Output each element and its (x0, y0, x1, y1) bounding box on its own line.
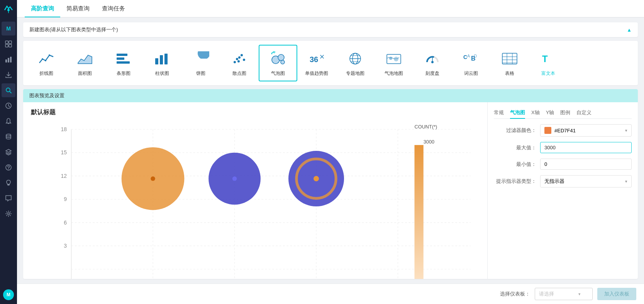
svg-rect-20 (155, 58, 158, 64)
sidebar-item-download[interactable] (2, 68, 15, 82)
bulb-icon (5, 179, 12, 186)
richtext-chart-icon: T (539, 49, 558, 68)
add-to-dashboard-button[interactable]: 加入仪表板 (597, 288, 636, 300)
dashboard-icon (5, 41, 12, 47)
max-value-input[interactable] (540, 142, 632, 153)
sidebar-item-layers[interactable] (2, 145, 15, 159)
chart-type-area[interactable]: 面积图 (66, 45, 104, 81)
svg-text:6: 6 (64, 220, 67, 226)
chart-type-pie[interactable]: 饼图 (181, 45, 220, 81)
line-chart-label: 折线图 (39, 70, 53, 77)
svg-point-16 (49, 54, 50, 56)
geo-chart-label: 专题地图 (346, 70, 364, 77)
svg-rect-81 (415, 145, 424, 279)
color-dropdown-arrow: ▾ (625, 128, 627, 133)
chart-type-geo[interactable]: 专题地图 (336, 45, 375, 81)
line-chart-icon (37, 49, 56, 68)
svg-text:3000: 3000 (424, 139, 434, 145)
settings-tabs: 常规 气泡图 X轴 Y轴 图例 自定义 (494, 107, 632, 119)
new-chart-header: 新建图表(请从以下图表类型中选择一个) ▲ (23, 22, 638, 37)
chart-type-barv[interactable]: 柱状图 (143, 45, 181, 81)
indicator-dropdown-arrow: ▾ (625, 179, 627, 184)
pie-chart-icon (192, 49, 210, 68)
indicator-type-select[interactable]: 无指示器 ▾ (540, 175, 632, 187)
preview-section: 图表预览及设置 默认标题 (23, 89, 638, 279)
database-icon (5, 133, 12, 140)
sidebar-item-bulb[interactable] (2, 176, 15, 190)
trend-chart-icon: 36 (307, 49, 326, 68)
tab-xaxis[interactable]: X轴 (531, 107, 540, 118)
svg-rect-4 (9, 44, 12, 47)
chart-type-trend[interactable]: 36 单值趋势图 (297, 45, 336, 81)
filter-color-row: 过滤器颜色： #ED7F41 ▾ (494, 124, 632, 137)
svg-text:D: D (474, 54, 477, 58)
collapse-icon[interactable]: ▲ (627, 27, 632, 33)
chart-type-scatter[interactable]: 散点图 (220, 45, 259, 81)
svg-point-12 (8, 169, 9, 169)
svg-point-10 (6, 134, 11, 136)
chart-type-wordcloud[interactable]: C A B D 词云图 (452, 45, 490, 81)
chart-type-line[interactable]: 折线图 (27, 45, 66, 81)
filter-color-value[interactable]: #ED7F41 ▾ (540, 124, 632, 137)
svg-text:12: 12 (61, 173, 67, 179)
sidebar-item-dashboard[interactable] (2, 37, 15, 51)
main-content: 高阶查询 简易查询 查询任务 新建图表(请从以下图表类型中选择一个) ▲ (17, 0, 644, 304)
svg-rect-6 (8, 58, 9, 62)
svg-point-39 (394, 57, 398, 61)
sidebar-item-bell[interactable] (2, 114, 15, 128)
tab-general[interactable]: 常规 (494, 107, 504, 118)
tab-bubble[interactable]: 气泡图 (510, 107, 525, 118)
sidebar-item-chart[interactable] (2, 52, 15, 66)
tab-yaxis[interactable]: Y轴 (546, 107, 554, 118)
pie-chart-label: 饼图 (196, 70, 205, 77)
svg-text:C: C (463, 54, 467, 60)
chart-type-richtext[interactable]: T 富文本 (529, 45, 568, 81)
indicator-type-label: 提示指示器类型： (494, 178, 536, 185)
chart-title: 默认标题 (31, 108, 480, 117)
sidebar-item-database[interactable] (2, 130, 15, 144)
sidebar-item-time[interactable] (2, 99, 15, 113)
sidebar: M (0, 0, 17, 304)
color-hex-text: #ED7F41 (554, 128, 576, 133)
tab-advanced-query[interactable]: 高阶查询 (25, 0, 60, 17)
chart-type-table[interactable]: 表格 (490, 45, 529, 81)
chart-type-bubblemap[interactable]: 气泡地图 (375, 45, 413, 81)
new-chart-label: 新建图表(请从以下图表类型中选择一个) (29, 26, 118, 33)
svg-point-31 (281, 60, 285, 64)
chart-type-bubble[interactable]: 气泡图 (259, 45, 297, 81)
max-value-row: 最大值： (494, 142, 632, 153)
svg-point-27 (243, 59, 245, 61)
sidebar-item-search[interactable] (2, 83, 15, 97)
svg-rect-3 (5, 44, 8, 47)
tab-simple-query[interactable]: 简易查询 (60, 0, 96, 17)
min-value-display[interactable]: 0 (540, 159, 632, 170)
chart-types-grid: 折线图 面积图 条形 (23, 41, 638, 85)
tab-custom[interactable]: 自定义 (576, 107, 591, 118)
trend-chart-label: 单值趋势图 (305, 70, 328, 77)
user-avatar[interactable]: M (3, 289, 14, 300)
tab-legend[interactable]: 图例 (560, 107, 570, 118)
svg-point-26 (241, 54, 243, 56)
sidebar-item-m[interactable]: M (2, 22, 15, 35)
svg-text:15: 15 (61, 149, 67, 155)
barh-chart-icon (114, 49, 133, 68)
sidebar-item-settings[interactable] (2, 207, 15, 221)
area-chart-label: 面积图 (78, 70, 92, 77)
table-chart-label: 表格 (505, 70, 514, 77)
chart-canvas: 18 15 12 9 6 3 0 6 7 8 9 10 (31, 120, 480, 279)
sidebar-item-message[interactable] (2, 191, 15, 205)
tab-query-tasks[interactable]: 查询任务 (96, 0, 131, 17)
chart-area: 默认标题 (23, 102, 487, 279)
chart-type-gauge[interactable]: 刻度盘 (413, 45, 452, 81)
chart-type-barh[interactable]: 条形图 (104, 45, 143, 81)
wordcloud-chart-icon: C A B D (462, 49, 480, 68)
bubble-chart-icon (269, 49, 287, 68)
dashboard-select-label: 选择仪表板： (500, 290, 530, 297)
svg-point-25 (238, 56, 241, 59)
sidebar-item-help[interactable] (2, 160, 15, 174)
dashboard-select[interactable]: 请选择 ▾ (535, 288, 593, 300)
indicator-type-text: 无指示器 (544, 178, 564, 185)
svg-point-75 (232, 176, 237, 181)
svg-rect-21 (160, 55, 163, 64)
bubblemap-chart-label: 气泡地图 (385, 70, 403, 77)
